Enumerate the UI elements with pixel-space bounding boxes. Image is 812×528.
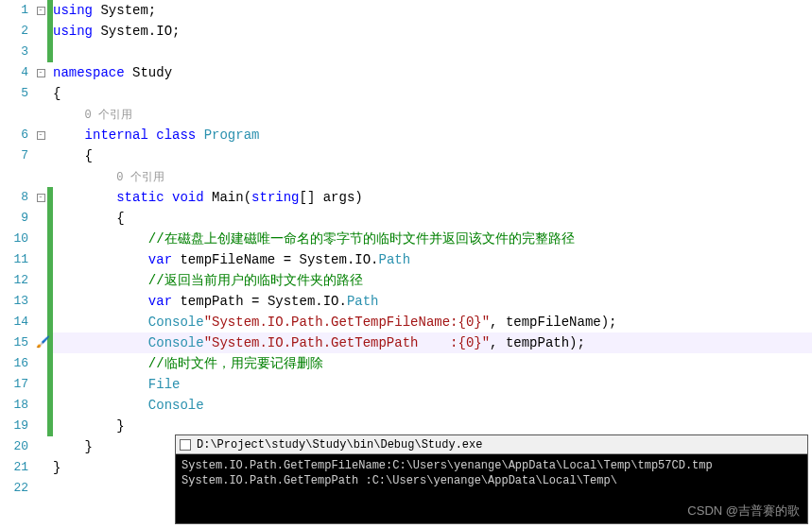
- fold-toggle-icon[interactable]: -: [37, 131, 45, 140]
- codelens-reference[interactable]: 0 个引用: [85, 109, 132, 122]
- keyword: using: [53, 24, 93, 39]
- keyword: using: [53, 3, 93, 18]
- console-title: D:\Project\study\Study\bin\Debug\Study.e…: [197, 435, 482, 454]
- current-line: Console"System.IO.Path.GetTempPath :{0}"…: [53, 332, 812, 353]
- comment: //在磁盘上创建磁唯一命名的零字节的临时文件并返回该文件的完整路径: [148, 231, 575, 247]
- keyword: namespace: [53, 65, 125, 80]
- fold-toggle-icon[interactable]: -: [37, 69, 45, 77]
- comment: //返回当前用户的临时文件夹的路径: [148, 273, 363, 288]
- comment: //临时文件，用完要记得删除: [148, 356, 323, 371]
- console-titlebar[interactable]: D:\Project\study\Study\bin\Debug\Study.e…: [176, 435, 807, 454]
- console-window: D:\Project\study\Study\bin\Debug\Study.e…: [175, 434, 808, 524]
- watermark: CSDN @吉普赛的歌: [687, 502, 800, 519]
- console-output: System.IO.Path.GetTempFileName:C:\Users\…: [176, 454, 807, 492]
- fold-toggle-icon[interactable]: -: [37, 194, 45, 202]
- app-icon: [180, 439, 191, 451]
- line-number-gutter: 1 2 3 4 5 6 7 8 9 10 11 12 13 14 🖌️15 16…: [0, 0, 34, 528]
- fold-toggle-icon[interactable]: -: [37, 7, 45, 15]
- codelens-reference[interactable]: 0 个引用: [116, 171, 164, 184]
- fold-column: - - - -: [34, 0, 47, 528]
